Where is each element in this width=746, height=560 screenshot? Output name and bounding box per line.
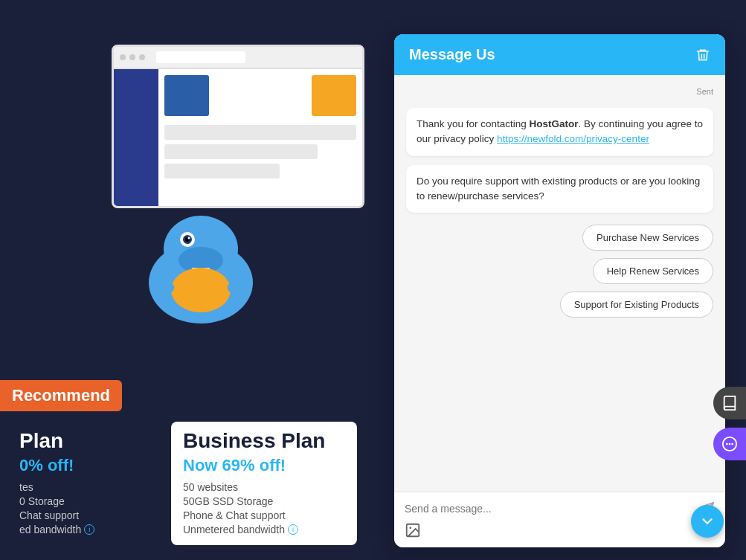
left-plan-feature-4: ed bandwidth i: [19, 524, 144, 535]
left-plan-discount: 0% off!: [19, 456, 144, 475]
chat-message-input[interactable]: [405, 503, 700, 515]
left-plan-card: Plan 0% off! tes 0 Storage Chat support …: [7, 422, 156, 545]
chat-input-row: [405, 501, 715, 516]
right-plan-discount: Now 69% off!: [183, 456, 345, 475]
browser-mockup-illustration: [112, 45, 364, 208]
right-plan-name: Business Plan: [183, 429, 345, 453]
right-plan-feature-3: Phone & Chat support: [183, 509, 345, 521]
option-purchase-btn[interactable]: Purchase New Services: [582, 225, 713, 251]
svg-point-9: [171, 268, 231, 312]
chat-footer: [394, 492, 725, 547]
message-bubble-1: Thank you for contacting HostGator. By c…: [406, 108, 713, 156]
chat-body[interactable]: Sent Thank you for contacting HostGator.…: [394, 75, 725, 492]
option-support-btn[interactable]: Support for Existing Products: [560, 292, 713, 318]
option-renew-btn[interactable]: Help Renew Services: [593, 258, 713, 284]
message1-brand: HostGator: [530, 118, 579, 129]
recommend-badge: Recommend: [0, 380, 122, 411]
left-plan-feature-1: tes: [19, 481, 144, 493]
right-plan-card: Business Plan Now 69% off! 50 websites 5…: [171, 422, 357, 545]
attach-image-button[interactable]: [405, 522, 421, 538]
info-icon-left[interactable]: i: [84, 524, 94, 535]
svg-point-15: [726, 443, 728, 445]
right-plan-feature-1: 50 websites: [183, 481, 345, 493]
svg-point-17: [731, 443, 733, 445]
right-plan-feature-4: Unmetered bandwidth i: [183, 524, 345, 535]
pricing-section: Plan 0% off! tes 0 Storage Chat support …: [0, 422, 394, 560]
sent-label: Sent: [406, 87, 713, 96]
book-float-button[interactable]: [713, 387, 746, 419]
chat-header-icons: [695, 48, 710, 62]
chat-header: Message Us: [394, 34, 725, 75]
svg-point-13: [409, 527, 411, 529]
right-plan-feature-2: 50GB SSD Storage: [183, 495, 345, 507]
chat-float-button[interactable]: [713, 428, 746, 460]
svg-point-16: [729, 443, 731, 445]
message1-intro: Thank you for contacting: [417, 118, 530, 129]
svg-point-5: [188, 237, 190, 239]
delete-button[interactable]: [695, 48, 710, 62]
scroll-down-button[interactable]: [691, 505, 724, 538]
left-plan-feature-3: Chat support: [19, 509, 144, 521]
chat-action-row: [405, 522, 715, 538]
left-plan-feature-2: 0 Storage: [19, 495, 144, 507]
gator-illustration: [126, 186, 275, 335]
chat-options: Purchase New Services Help Renew Service…: [406, 225, 713, 318]
message-bubble-2: Do you require support with existing pro…: [406, 165, 713, 213]
chat-widget: Message Us Sent Thank you for contacting…: [394, 34, 725, 547]
chat-title: Message Us: [409, 46, 495, 63]
background-panel: Recommend Plan 0% off! tes 0 Storage Cha…: [0, 0, 394, 560]
info-icon-right[interactable]: i: [288, 524, 298, 535]
privacy-link[interactable]: https://newfold.com/privacy-center: [497, 133, 649, 144]
left-plan-name: Plan: [19, 429, 144, 453]
